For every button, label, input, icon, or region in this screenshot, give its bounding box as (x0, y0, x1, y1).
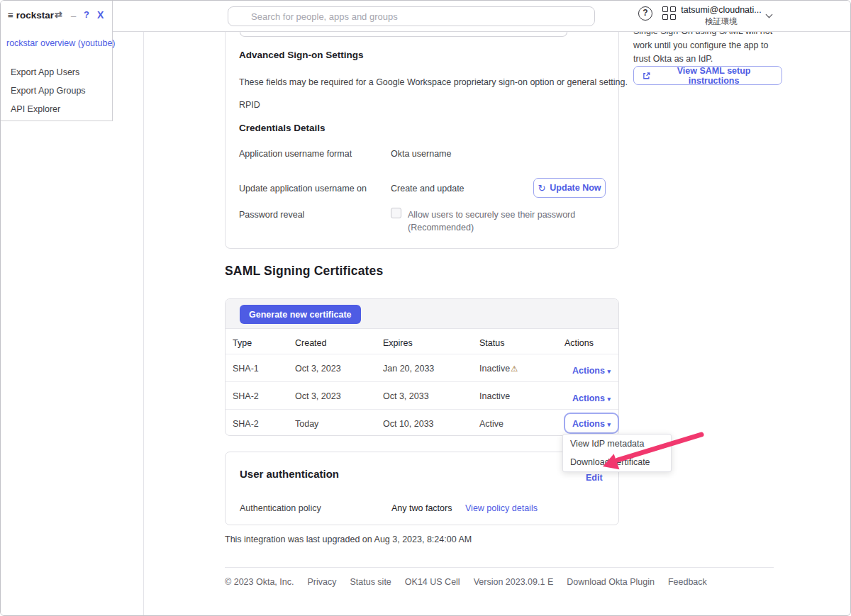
menu-item-download-certificate[interactable]: Download certificate (563, 453, 671, 471)
saml-help-line-2: work until you configure the app to (633, 40, 768, 52)
actions-label: Actions (572, 366, 605, 376)
cert-expires: Jan 20, 2033 (383, 364, 434, 374)
widget-help-icon[interactable]: ? (84, 9, 89, 20)
cert-status: Active (479, 419, 504, 429)
refresh-icon: ↻ (538, 183, 545, 194)
widget-link-export-app-groups[interactable]: Export App Groups (11, 85, 86, 97)
col-header-status: Status (479, 338, 504, 348)
password-reveal-label: Password reveal (239, 209, 304, 221)
password-reveal-note: (Recommended) (408, 222, 474, 234)
authentication-policy-label: Authentication policy (240, 503, 321, 515)
update-now-button[interactable]: ↻ Update Now (533, 178, 606, 198)
actions-label: Actions (572, 393, 605, 403)
update-username-value: Create and update (391, 183, 465, 195)
user-authentication-heading: User authentication (240, 468, 339, 480)
table-row-sha2-inactive: SHA-2 Oct 3, 2023 Oct 3, 2033 Inactive A… (226, 381, 618, 409)
advanced-sign-on-settings-heading: Advanced Sign-on Settings (239, 50, 364, 60)
last-upgraded-text: This integration was last upgraded on Au… (225, 534, 472, 546)
cert-type: SHA-1 (233, 364, 259, 374)
widget-link-export-app-users[interactable]: Export App Users (11, 67, 79, 79)
caret-down-icon: ▾ (607, 368, 611, 375)
cert-created: Oct 3, 2023 (295, 391, 341, 401)
actions-label: Actions (572, 419, 605, 429)
external-link-icon (643, 72, 650, 80)
footer-status-site-link[interactable]: Status site (350, 577, 391, 587)
widget-close-icon[interactable]: X (97, 9, 104, 21)
rpid-label: RPID (239, 99, 260, 111)
widget-link-api-explorer[interactable]: API Explorer (11, 103, 60, 116)
generate-new-certificate-button[interactable]: Generate new certificate (240, 305, 361, 324)
minimize-icon[interactable]: _ (71, 7, 76, 18)
cert-type: SHA-2 (233, 419, 259, 429)
username-format-value: Okta username (391, 148, 451, 160)
grid-square (662, 6, 668, 12)
cert-created: Today (295, 419, 318, 429)
update-username-label: Update application username on (239, 183, 367, 195)
account-menu[interactable]: tatsumi@cloudnati... 検証環境 (680, 4, 762, 27)
cert-created: Oct 3, 2023 (295, 364, 341, 374)
actions-menu: View IdP metadata Download certificate (562, 434, 672, 472)
user-authentication-card: User authentication Edit Authentication … (225, 452, 619, 525)
warning-icon: ⚠ (511, 364, 518, 373)
table-row-sha1: SHA-1 Oct 3, 2023 Jan 20, 2033 Inactive⚠… (226, 354, 618, 381)
swap-icon[interactable]: ⇄ (55, 9, 62, 20)
actions-dropdown-row3-open[interactable]: Actions ▾ (559, 413, 624, 434)
footer-cell: OK14 US Cell (405, 577, 460, 587)
grid-square (662, 14, 668, 20)
saml-signing-certificates-title: SAML Signing Certificates (225, 264, 383, 279)
generate-new-certificate-label: Generate new certificate (249, 310, 352, 320)
hamburger-icon[interactable]: ≡ (8, 10, 13, 21)
view-saml-setup-instructions-button[interactable]: View SAML setup instructions (633, 66, 782, 85)
footer-divider (225, 567, 774, 568)
grid-square (670, 14, 676, 20)
footer-feedback-link[interactable]: Feedback (668, 577, 707, 587)
actions-dropdown-row2[interactable]: Actions ▾ (559, 391, 624, 404)
widget-title: ≡ rockstar (8, 10, 54, 21)
okta-admin-window: Applications Applications Self Service A… (0, 0, 851, 616)
username-format-label: Application username format (239, 148, 352, 160)
authentication-policy-value: Any two factors (391, 503, 452, 515)
account-chevron-down-icon[interactable] (766, 11, 773, 18)
widget-title-text: rockstar (16, 10, 54, 21)
actions-dropdown-row1[interactable]: Actions ▾ (559, 364, 624, 376)
menu-item-view-idp-metadata[interactable]: View IdP metadata (563, 435, 671, 453)
password-reveal-checkbox[interactable] (391, 208, 401, 218)
view-saml-setup-instructions-label: View SAML setup instructions (655, 66, 773, 86)
certificates-card: Generate new certificate Type Created Ex… (225, 298, 619, 436)
col-header-created: Created (295, 338, 326, 348)
top-bar: ? tatsumi@cloudnati... 検証環境 (1, 1, 850, 32)
scrolled-input-bottom-edge (240, 32, 567, 37)
rockstar-widget-popup: ≡ rockstar ⇄ _ ? X rockstar overview (yo… (1, 1, 113, 121)
account-email: tatsumi@cloudnati... (680, 4, 762, 16)
cert-expires: Oct 10, 2033 (383, 419, 434, 429)
account-environment: 検証環境 (680, 16, 762, 27)
caret-down-icon: ▾ (607, 396, 611, 403)
cert-type: SHA-2 (233, 391, 259, 401)
actions-focus-ring: Actions ▾ (564, 413, 619, 434)
help-icon[interactable]: ? (638, 6, 652, 21)
table-row-sha2-active: SHA-2 Today Oct 10, 2033 Active Actions … (226, 409, 618, 437)
footer-version: Version 2023.09.1 E (474, 577, 554, 587)
caret-down-icon: ▾ (607, 421, 611, 428)
search-input[interactable] (228, 6, 595, 26)
cert-status: Inactive⚠ (479, 364, 518, 374)
apps-grid-icon[interactable] (662, 6, 677, 21)
col-header-type: Type (233, 338, 252, 348)
edit-button[interactable]: Edit (586, 473, 603, 483)
widget-link-overview[interactable]: rockstar overview (youtube) (6, 38, 116, 50)
view-policy-details-link[interactable]: View policy details (465, 503, 538, 515)
advanced-sign-on-description: These fields may be required for a Googl… (239, 77, 628, 89)
update-now-label: Update Now (550, 183, 601, 193)
col-header-actions: Actions (564, 338, 594, 348)
credentials-details-heading: Credentials Details (239, 123, 326, 133)
footer: © 2023 Okta, Inc. Privacy Status site OK… (225, 577, 707, 587)
col-header-expires: Expires (383, 338, 413, 348)
footer-privacy-link[interactable]: Privacy (307, 577, 336, 587)
cert-expires: Oct 3, 2033 (383, 391, 429, 401)
footer-download-plugin-link[interactable]: Download Okta Plugin (567, 577, 655, 587)
cert-status-text: Inactive (479, 364, 510, 374)
saml-help-line-3: trust Okta as an IdP. (633, 53, 713, 65)
cert-status: Inactive (479, 391, 510, 401)
footer-copyright: © 2023 Okta, Inc. (225, 577, 294, 587)
grid-square (670, 6, 676, 12)
